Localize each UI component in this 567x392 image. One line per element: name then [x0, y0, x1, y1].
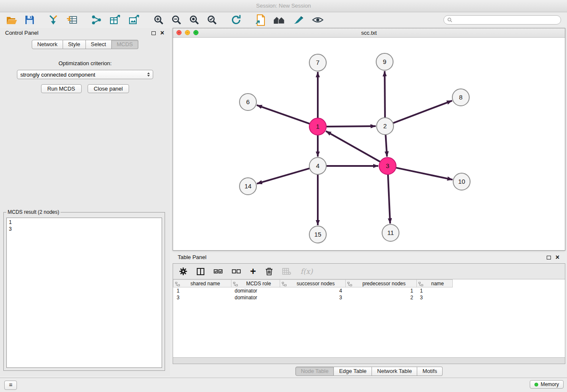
show-columns-button[interactable] [197, 268, 204, 275]
cell-shared-name[interactable]: 1 [173, 287, 231, 295]
graph-node-9[interactable]: 9 [376, 53, 393, 70]
graph-edge-2-9[interactable] [385, 71, 385, 118]
mcds-result-text[interactable]: 1 3 [6, 218, 162, 368]
graph-node-11[interactable]: 11 [382, 224, 399, 241]
graph-edge-2-8[interactable] [393, 101, 452, 123]
zoom-selected-button[interactable] [207, 15, 217, 25]
zoom-out-button[interactable] [171, 15, 182, 25]
columns-icon [197, 268, 204, 275]
tab-network-table[interactable]: Network Table [372, 367, 417, 376]
graph-node-3[interactable]: 3 [379, 157, 396, 174]
import-table-button[interactable] [66, 14, 77, 25]
criterion-select[interactable]: strongly connected component [17, 70, 153, 79]
tab-node-table[interactable]: Node Table [295, 367, 334, 376]
zoom-in-button[interactable] [154, 15, 164, 25]
node-table: shared name MCDS role successor nodes pr… [173, 279, 565, 301]
graph-edge-3-11[interactable] [388, 174, 390, 224]
delete-column-button[interactable] [265, 267, 273, 276]
select-all-rows-button[interactable] [214, 269, 223, 274]
home-layout-button[interactable] [273, 15, 286, 25]
home-icon [273, 15, 286, 25]
graph-node-4[interactable]: 4 [309, 157, 326, 174]
cell-predecessor-nodes[interactable]: 2 [346, 294, 417, 301]
tab-edge-table[interactable]: Edge Table [334, 367, 372, 376]
close-window-icon[interactable]: × [176, 30, 182, 35]
column-header-mcds-role[interactable]: MCDS role [231, 280, 280, 287]
close-panel-icon[interactable]: × [160, 29, 164, 37]
graph-node-14[interactable]: 14 [239, 178, 256, 195]
network-graph[interactable]: 7968124314101511 [173, 38, 565, 250]
column-header-shared-name[interactable]: shared name [173, 280, 231, 287]
graph-node-7[interactable]: 7 [309, 54, 326, 71]
import-network-button[interactable] [48, 14, 59, 25]
network-window-titlebar: × − + scc.txt [173, 28, 565, 38]
export-image-button[interactable] [129, 14, 140, 25]
float-panel-icon[interactable] [151, 31, 156, 35]
column-header-name[interactable]: name [417, 280, 453, 287]
cell-predecessor-nodes[interactable]: 1 [346, 287, 417, 295]
run-mcds-button[interactable]: Run MCDS [41, 84, 82, 93]
search-input[interactable] [454, 16, 557, 24]
graph-node-8[interactable]: 8 [452, 89, 469, 106]
graph-node-6[interactable]: 6 [239, 94, 256, 110]
task-history-button[interactable]: ≡ [4, 381, 17, 390]
zoom-window-icon[interactable]: + [193, 30, 198, 35]
open-session-button[interactable] [6, 15, 17, 25]
graph-edge-1-2[interactable] [326, 126, 376, 127]
cell-shared-name[interactable]: 3 [173, 294, 231, 301]
cell-successor-nodes[interactable]: 3 [280, 294, 346, 301]
tab-mcds[interactable]: MCDS [112, 40, 138, 49]
cell-name[interactable]: 1 [417, 287, 453, 295]
table-row-node-3[interactable]: 3 dominator 3 2 3 [173, 294, 565, 301]
cell-mcds-role[interactable]: dominator [231, 287, 280, 295]
duplicate-network-button[interactable] [255, 14, 265, 26]
mcds-result-title: MCDS result (2 nodes) [6, 209, 61, 215]
table-panel-header: Table Panel × [173, 252, 565, 262]
export-table-button[interactable] [110, 14, 121, 25]
deselect-all-rows-button[interactable] [232, 269, 241, 274]
graph-edge-2-3[interactable] [385, 135, 387, 157]
svg-text:11: 11 [387, 229, 394, 236]
tab-style[interactable]: Style [63, 40, 86, 49]
zoom-out-icon [171, 15, 182, 25]
graph-node-1[interactable]: 1 [309, 118, 326, 135]
float-table-panel-icon[interactable] [547, 256, 551, 259]
graph-edge-4-14[interactable] [257, 168, 310, 184]
table-scroll-strip[interactable] [173, 357, 565, 364]
cell-name[interactable]: 3 [417, 294, 453, 301]
export-image-icon [129, 14, 140, 25]
zoom-fit-button[interactable] [189, 15, 199, 25]
graph-edge-3-1[interactable] [326, 131, 380, 162]
control-panel-title: Control Panel [5, 28, 39, 38]
close-panel-button[interactable]: Close panel [88, 84, 129, 93]
column-header-successor-nodes[interactable]: successor nodes [280, 280, 346, 287]
cell-successor-nodes[interactable]: 4 [280, 287, 346, 295]
delete-table-button[interactable] [282, 268, 291, 275]
graph-edge-3-10[interactable] [396, 168, 453, 179]
function-builder-button[interactable]: f(x) [300, 267, 313, 276]
save-session-button[interactable] [25, 15, 34, 25]
minimize-window-icon[interactable]: − [185, 30, 190, 35]
table-header-row: shared name MCDS role successor nodes pr… [173, 280, 565, 287]
table-row-node-1[interactable]: 1 dominator 4 1 1 [173, 287, 565, 295]
search-box[interactable] [443, 15, 561, 25]
refresh-button[interactable] [231, 14, 242, 25]
checked-boxes-icon [214, 269, 223, 274]
new-network-button[interactable] [91, 14, 102, 25]
column-header-predecessor-nodes[interactable]: predecessor nodes [346, 280, 417, 287]
tab-select[interactable]: Select [86, 40, 112, 49]
tab-network[interactable]: Network [32, 40, 63, 49]
graph-node-2[interactable]: 2 [377, 118, 394, 135]
apply-style-button[interactable] [293, 15, 304, 25]
graph-edge-1-6[interactable] [257, 105, 310, 124]
tab-motifs[interactable]: Motifs [417, 367, 443, 376]
add-column-button[interactable]: + [250, 267, 256, 276]
memory-button[interactable]: Memory [530, 380, 564, 389]
graph-node-15[interactable]: 15 [309, 226, 326, 243]
graph-node-10[interactable]: 10 [453, 173, 470, 190]
table-settings-button[interactable] [179, 267, 187, 276]
close-table-panel-icon[interactable]: × [556, 254, 559, 261]
show-graphics-details-button[interactable] [312, 16, 324, 24]
import-table-icon [66, 14, 77, 25]
cell-mcds-role[interactable]: dominator [231, 294, 280, 301]
